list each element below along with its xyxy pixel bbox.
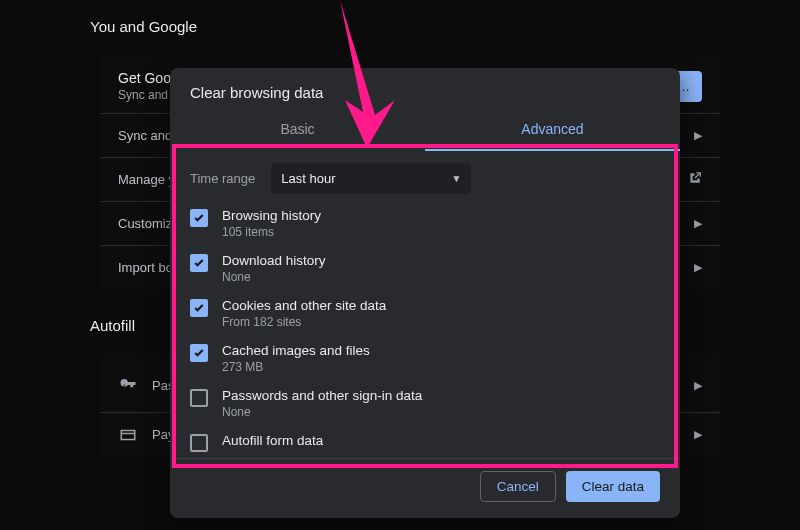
time-range-row: Time range Last hour ▼ [190,163,660,194]
item-title: Cookies and other site data [222,298,386,313]
item-title: Cached images and files [222,343,370,358]
checkbox[interactable] [190,299,208,317]
checkbox-item-cached[interactable]: Cached images and files 273 MB [190,343,660,374]
checkbox[interactable] [190,344,208,362]
checkbox-item-autofill[interactable]: Autofill form data [190,433,660,452]
section-you-and-google: You and Google [90,18,800,35]
item-sub: 273 MB [222,360,370,374]
external-link-icon [688,171,702,188]
item-sub: 105 items [222,225,321,239]
chevron-right-icon: ▶ [694,379,702,392]
tab-advanced[interactable]: Advanced [425,111,680,151]
chevron-right-icon: ▶ [694,261,702,274]
dialog-footer: Cancel Clear data [170,458,680,518]
checkbox[interactable] [190,434,208,452]
checkbox-item-browsing-history[interactable]: Browsing history 105 items [190,208,660,239]
tab-basic[interactable]: Basic [170,111,425,151]
item-sub: None [222,270,326,284]
cancel-button[interactable]: Cancel [480,471,556,502]
item-sub: None [222,405,422,419]
dialog-title: Clear browsing data [170,68,680,111]
checkbox-item-cookies[interactable]: Cookies and other site data From 182 sit… [190,298,660,329]
dropdown-arrow-icon: ▼ [451,173,461,184]
checkbox[interactable] [190,389,208,407]
item-title: Passwords and other sign-in data [222,388,422,403]
dialog-body: Time range Last hour ▼ Browsing history … [170,151,680,458]
item-title: Download history [222,253,326,268]
item-sub: From 182 sites [222,315,386,329]
key-icon [118,375,138,395]
checkbox[interactable] [190,209,208,227]
time-range-label: Time range [190,171,255,186]
item-title: Autofill form data [222,433,323,448]
dialog-tabs: Basic Advanced [170,111,680,151]
time-range-value: Last hour [281,171,335,186]
clear-browsing-data-dialog: Clear browsing data Basic Advanced Time … [170,68,680,518]
chevron-right-icon: ▶ [694,129,702,142]
item-title: Browsing history [222,208,321,223]
chevron-right-icon: ▶ [694,428,702,441]
time-range-select[interactable]: Last hour ▼ [271,163,471,194]
checkbox[interactable] [190,254,208,272]
clear-data-button[interactable]: Clear data [566,471,660,502]
checkbox-list: Browsing history 105 items Download hist… [190,208,660,452]
checkbox-item-download-history[interactable]: Download history None [190,253,660,284]
checkbox-item-passwords[interactable]: Passwords and other sign-in data None [190,388,660,419]
chevron-right-icon: ▶ [694,217,702,230]
credit-card-icon [118,425,138,445]
